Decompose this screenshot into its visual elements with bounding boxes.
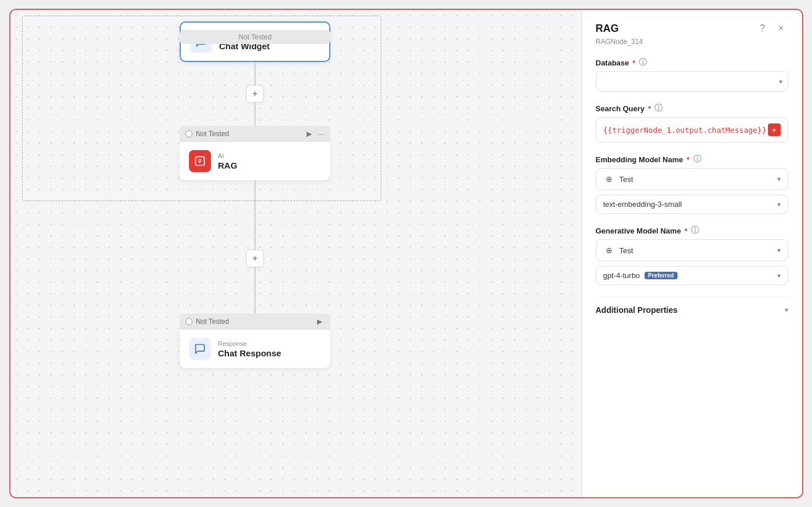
connector-1 <box>254 62 256 85</box>
connector-5 <box>254 267 256 313</box>
embedding-info-icon[interactable]: ⓘ <box>693 154 701 165</box>
response-status-circle <box>185 318 192 325</box>
generative-model-chevron: ▾ <box>777 272 781 280</box>
database-field-group: Database * ⓘ ▾ <box>596 57 788 92</box>
embedding-provider-name: Test <box>620 175 633 184</box>
rag-status-bar: Not Tested ▶ ··· <box>180 126 330 142</box>
embedding-provider-chevron: ▾ <box>777 175 781 183</box>
generative-provider-select[interactable]: ⊕ Test ▾ <box>596 239 788 261</box>
rag-icon <box>189 150 211 172</box>
right-panel: RAG ? × RAGNode_314 Database * ⓘ ▾ <box>582 10 802 497</box>
response-type: Response <box>218 340 281 347</box>
generative-info-icon[interactable]: ⓘ <box>691 225 699 236</box>
embedding-model-chevron: ▾ <box>777 200 781 209</box>
rag-status-circle <box>185 130 192 137</box>
search-query-label: Search Query * ⓘ <box>596 103 788 114</box>
rag-node-container[interactable]: Not Tested ▶ ··· AI RAG <box>180 126 330 180</box>
embedding-model-label: Embedding Model Name * ⓘ <box>596 154 788 165</box>
search-query-value: {{triggerNode_1.output.chatMessage}} <box>603 126 767 134</box>
embedding-model-value: text-embedding-3-small <box>603 200 682 209</box>
search-query-required: * <box>648 104 651 113</box>
response-status-bar: Not Tested ▶ <box>180 313 330 330</box>
response-play-btn[interactable]: ▶ <box>314 316 325 327</box>
embedding-provider-select[interactable]: ⊕ Test ▾ <box>596 168 788 190</box>
connector-4 <box>254 203 256 250</box>
generative-provider-chevron: ▾ <box>777 246 781 254</box>
panel-subtitle: RAGNode_314 <box>596 38 788 46</box>
panel-header: RAG ? × <box>596 21 788 35</box>
generative-provider-name: Test <box>620 246 633 255</box>
connector-3 <box>254 180 256 203</box>
panel-header-icons: ? × <box>756 21 788 35</box>
add-variable-btn[interactable]: + <box>768 123 781 136</box>
search-query-field-group: Search Query * ⓘ {{triggerNode_1.output.… <box>596 103 788 143</box>
help-button[interactable]: ? <box>756 21 770 35</box>
close-button[interactable]: × <box>774 21 788 35</box>
add-node-btn-1[interactable]: + <box>246 85 264 103</box>
embedding-openai-icon: ⊕ <box>603 173 615 185</box>
embedding-required: * <box>686 155 689 164</box>
add-node-btn-2[interactable]: + <box>246 250 264 267</box>
generative-required: * <box>684 227 687 235</box>
database-info-icon[interactable]: ⓘ <box>639 57 647 68</box>
generative-model-value-select[interactable]: gpt-4-turbo Preferred ▾ <box>596 266 788 285</box>
response-icon <box>189 338 211 360</box>
response-name: Chat Response <box>218 348 281 358</box>
generative-openai-icon: ⊕ <box>603 245 615 256</box>
connector-2 <box>254 103 256 126</box>
database-required: * <box>632 59 635 67</box>
additional-properties-label: Additional Properties <box>596 305 678 315</box>
generative-model-value: gpt-4-turbo <box>603 271 640 280</box>
rag-type: AI <box>218 152 237 159</box>
rag-play-btn[interactable]: ▶ <box>304 129 314 139</box>
rag-more-btn[interactable]: ··· <box>318 129 325 138</box>
canvas-area[interactable]: Not Tested Widget Chat Widget <box>10 10 582 497</box>
additional-properties-section[interactable]: Additional Properties ▾ <box>596 297 788 323</box>
chat-response-container[interactable]: Not Tested ▶ Response Chat Response <box>180 313 330 368</box>
top-partial-node: Not Tested <box>180 30 330 44</box>
embedding-model-value-select[interactable]: text-embedding-3-small ▾ <box>596 195 788 214</box>
database-select-wrapper[interactable]: ▾ <box>596 71 788 92</box>
panel-title: RAG <box>596 23 619 35</box>
rag-node-card[interactable]: AI RAG <box>180 142 330 180</box>
rag-status-text: Not Tested <box>196 130 300 138</box>
database-label: Database * ⓘ <box>596 57 788 68</box>
rag-name: RAG <box>218 161 237 170</box>
response-node-card[interactable]: Response Chat Response <box>180 330 330 368</box>
embedding-model-field-group: Embedding Model Name * ⓘ ⊕ Test ▾ text-e… <box>596 154 788 214</box>
search-query-box[interactable]: {{triggerNode_1.output.chatMessage}} + <box>596 117 788 143</box>
generative-model-label: Generative Model Name * ⓘ <box>596 225 788 236</box>
generative-model-field-group: Generative Model Name * ⓘ ⊕ Test ▾ gpt-4… <box>596 225 788 285</box>
response-status-text: Not Tested <box>196 318 311 326</box>
additional-properties-chevron: ▾ <box>785 306 788 314</box>
database-select[interactable] <box>596 71 788 92</box>
preferred-badge: Preferred <box>644 272 677 279</box>
search-query-info-icon[interactable]: ⓘ <box>654 103 662 114</box>
